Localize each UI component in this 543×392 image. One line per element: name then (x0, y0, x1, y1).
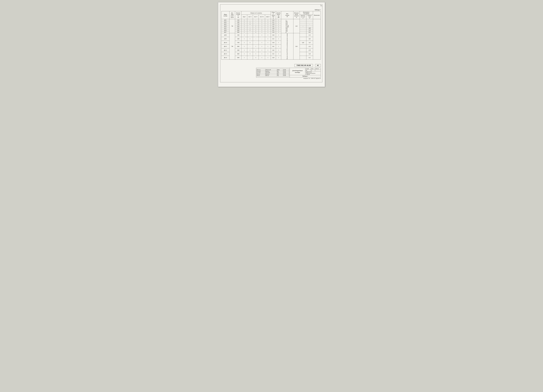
stamp-cell-role: Н контр (257, 70, 265, 72)
cell-kcd7: 1 (241, 45, 247, 48)
cell-high: 2940 (235, 31, 241, 33)
cell-marka: ДК-7 (221, 31, 229, 33)
cell-dojd: 1 (276, 27, 281, 29)
cell-dia: 700 (229, 33, 235, 60)
cell-kc7995: 1 (259, 25, 265, 27)
cell-dop2 (306, 21, 313, 23)
cell-dop1 (300, 19, 306, 21)
cell-kc7995: 1 (259, 29, 265, 31)
cell-dia: 700 (229, 19, 235, 33)
cell-kc7995: 1 (259, 33, 265, 37)
cell-marka: ДК-2 (221, 21, 229, 23)
cell-high: 1440 (235, 37, 241, 41)
stamp-object-title: Дождеприёмныеколодцы (290, 68, 305, 75)
cell-dojd: 1 (276, 29, 281, 31)
table-row: ДК-3174012–110,361– (221, 23, 321, 25)
cell-dop1 (300, 27, 306, 29)
stamp-cell-date: 05.88 (283, 72, 289, 73)
cell-kc7995: 1 (259, 41, 265, 45)
cell-kcm17: 1 (265, 33, 271, 37)
cell-kc7995: 1 (259, 52, 265, 56)
table-title: Таблица 1 (221, 9, 321, 11)
cell-dojd: 1 (276, 45, 281, 48)
cell-sbor: 0,26 (271, 33, 276, 37)
top-right-mark: о (321, 5, 322, 6)
cell-kc79: 1 (253, 27, 259, 29)
cell-dojd: 1 (276, 41, 281, 45)
header-prim: Примечание (313, 11, 321, 19)
cell-sbor: 0,26 (271, 19, 276, 21)
cell-dojd: 1 (276, 19, 281, 21)
cell-high: 1140 (235, 33, 241, 37)
cell-kcd7: 1 (241, 33, 247, 37)
table-row: ДК-122340111110,4514,79 (221, 48, 321, 52)
ac-label: АС (315, 64, 321, 67)
cell-dojd: 1 (276, 31, 281, 33)
cell-marka: ДК-1 (221, 19, 229, 21)
cell-kcm17: 1 (265, 41, 271, 45)
cell-kc7995: 1 (259, 23, 265, 25)
cell-high: 1140 (235, 19, 241, 21)
cell-sbor: 0,56 (271, 56, 276, 60)
cell-high: 2040 (235, 45, 241, 48)
cell-dop1 (300, 37, 306, 41)
cell-dop1 (300, 31, 306, 33)
stamp-cell-date: 05.88 (283, 73, 289, 75)
cell-kc73: – (247, 25, 253, 27)
cell-kcm17: 1 (265, 25, 271, 27)
table-row: ДК-9144011––10,3112,81 (221, 37, 321, 41)
stamp-cell-sign: Дус. (277, 72, 283, 73)
stamp-listp-val (315, 70, 321, 71)
cell-dop1 (300, 29, 306, 31)
cell-sbor: 0,45 (271, 48, 276, 52)
cell-kc79: – (253, 21, 259, 23)
cell-dop1 (300, 21, 306, 23)
cell-dop1 (300, 33, 306, 37)
cell-dop2: 4,79 (306, 48, 313, 52)
stamp-cell-name: Фролов (265, 75, 277, 76)
cell-kcd7: 1 (241, 31, 247, 33)
cell-sbor: 0,31 (271, 37, 276, 41)
cell-dop2: – (306, 23, 313, 25)
cell-kc79: – (253, 37, 259, 41)
cell-kc73: 1 (247, 48, 253, 52)
cell-kc79: 2 (253, 31, 259, 33)
cell-kc79: – (253, 33, 259, 37)
cell-mono-2: 0,03 (293, 33, 300, 60)
cell-kc7995: 1 (259, 45, 265, 48)
cell-dojd: 1 (276, 33, 281, 37)
cell-sbor: 0,36 (271, 23, 276, 25)
cell-kc73: – (247, 31, 253, 33)
cell-dop1: 0,58 (300, 41, 306, 45)
cell-kc79: 1 (253, 52, 259, 56)
header-kc79: КЦ-7-9 (253, 15, 259, 19)
table-row: ДК-420401–1110,411– (221, 25, 321, 27)
stamp-cell-role: Гл.спец. (257, 72, 265, 73)
cell-mono-1: 0,03 (293, 19, 300, 33)
cell-dop2: 4,69 (306, 27, 313, 29)
header-pod: Под-готовкаМ³ (281, 11, 293, 19)
stamp-cell-sign: Шир/ (277, 69, 283, 70)
cell-kc73: – (247, 56, 253, 60)
cell-sbor: 0,36 (271, 41, 276, 45)
cell-kcm17: 1 (265, 37, 271, 41)
cell-marka: ДК-3 (221, 23, 229, 25)
cell-kcd7: 1 (241, 52, 247, 56)
stamp-cell-date: 05.88 (283, 75, 289, 76)
cell-kcm17: 1 (265, 27, 271, 29)
cell-pod-1: В сухих грунтах: песчаных грунт – 0,07м³… (281, 19, 293, 33)
bottom-block: ТМП 902-09-46.88 АС Нач.отд.ШиринскийШир… (221, 64, 321, 79)
cell-kc7995: – (259, 37, 265, 41)
cell-kcm17: 1 (265, 23, 271, 25)
cell-kc79: 1 (253, 29, 259, 31)
cell-dojd: 1 (276, 52, 281, 56)
cell-marka: ДК-9 (221, 37, 229, 41)
header-sbornye: Сборные ж.б. элементы (241, 11, 271, 15)
cell-kc7995: 1 (259, 56, 265, 60)
table-row: ДК-62640121110,5115,35 (221, 29, 321, 31)
stamp-table: Нач.отд.ШиринскийШир/05.88Н контрКривчун… (256, 68, 321, 77)
cell-dop2: 6,01 (306, 31, 313, 33)
cell-marka: ДК-4 (221, 25, 229, 27)
cell-kcd7: 1 (241, 21, 247, 23)
main-table: Маркаколодца Диа-метрколод-ца,мм Высотак… (221, 11, 321, 60)
